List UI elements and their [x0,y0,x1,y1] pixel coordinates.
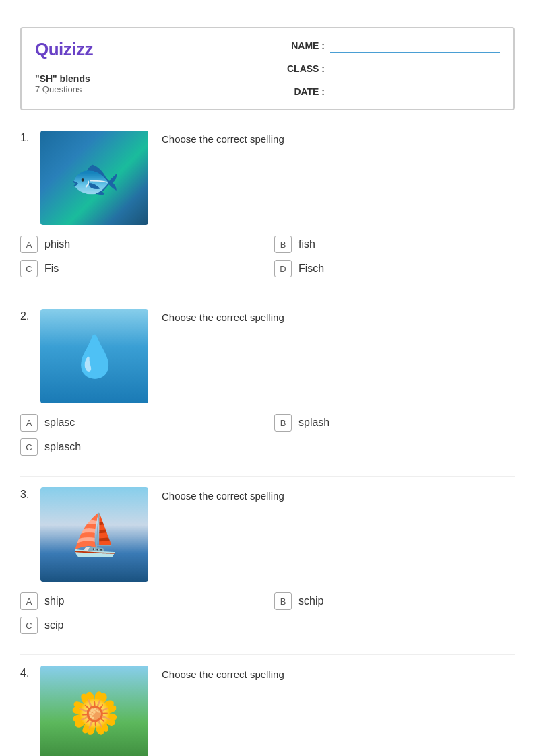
option-3b-text: schip [298,595,323,607]
question-3: 3. Choose the correct spelling A ship B … [20,487,515,634]
quiz-title: "SH" blends [35,73,93,84]
date-field-row: DATE : [284,85,500,98]
name-field-row: NAME : [284,39,500,53]
name-line [330,39,500,53]
class-field-row: CLASS : [284,62,500,75]
question-4-text: Choose the correct spelling [162,666,284,680]
option-1b-text: fish [298,238,315,250]
option-1a[interactable]: A phish [20,236,261,253]
option-3a-letter: A [20,592,38,610]
question-3-options: A ship B schip C scip [20,592,515,634]
question-1-header: 1. Choose the correct spelling [20,131,515,225]
question-2-header: 2. Choose the correct spelling [20,309,515,403]
question-3-number: 3. [20,489,40,501]
question-4-header: 4. Choose the correct spelling [20,666,515,756]
question-2: 2. Choose the correct spelling A splasc … [20,309,515,456]
option-3a-text: ship [44,595,64,607]
question-1: 1. Choose the correct spelling A phish B… [20,131,515,277]
option-2c[interactable]: C splasch [20,438,261,456]
question-3-image [40,487,148,582]
option-1c-letter: C [20,260,38,277]
option-2b-text: splash [298,417,329,429]
divider-1 [20,298,515,298]
option-1d-letter: D [274,260,292,277]
option-2b-letter: B [274,414,292,432]
option-3a[interactable]: A ship [20,592,261,610]
question-4: 4. Choose the correct spelling A wisch B… [20,666,515,756]
option-1c[interactable]: C Fis [20,260,261,277]
option-1d-text: Fisch [298,263,324,275]
option-3b[interactable]: B schip [274,592,515,610]
divider-2 [20,476,515,477]
quiz-subtitle: 7 Questions [35,84,93,94]
question-1-options: A phish B fish C Fis D Fisch [20,236,515,277]
option-1d[interactable]: D Fisch [274,260,515,277]
header: Quizizz "SH" blends 7 Questions NAME : C… [20,27,515,110]
date-line [330,85,500,98]
option-3b-letter: B [274,592,292,610]
option-1a-letter: A [20,236,38,253]
class-label: CLASS : [284,63,325,74]
option-1a-text: phish [44,238,70,250]
option-1b-letter: B [274,236,292,253]
option-2c-letter: C [20,438,38,456]
option-1c-text: Fis [44,263,59,275]
option-2b[interactable]: B splash [274,414,515,432]
option-2a-text: splasc [44,417,75,429]
question-2-image [40,309,148,403]
quizizz-logo: Quizizz [35,39,93,60]
option-2a-letter: A [20,414,38,432]
date-label: DATE : [284,86,325,97]
option-3c-letter: C [20,617,38,634]
logo-area: Quizizz "SH" blends 7 Questions [35,39,93,94]
option-3c-text: scip [44,619,63,631]
question-3-header: 3. Choose the correct spelling [20,487,515,582]
class-line [330,62,500,75]
option-1b[interactable]: B fish [274,236,515,253]
question-2-options: A splasc B splash C splasch [20,414,515,456]
question-4-image [40,666,148,756]
option-3c[interactable]: C scip [20,617,261,634]
divider-3 [20,654,515,655]
fields-area: NAME : CLASS : DATE : [284,39,500,98]
name-label: NAME : [284,40,325,51]
questions-container: 1. Choose the correct spelling A phish B… [0,124,535,756]
question-3-text: Choose the correct spelling [162,487,284,502]
question-2-number: 2. [20,310,40,322]
question-2-text: Choose the correct spelling [162,309,284,323]
question-4-number: 4. [20,667,40,679]
question-1-image [40,131,148,225]
option-2c-text: splasch [44,441,81,453]
question-1-number: 1. [20,132,40,144]
option-2a[interactable]: A splasc [20,414,261,432]
question-1-text: Choose the correct spelling [162,131,284,145]
